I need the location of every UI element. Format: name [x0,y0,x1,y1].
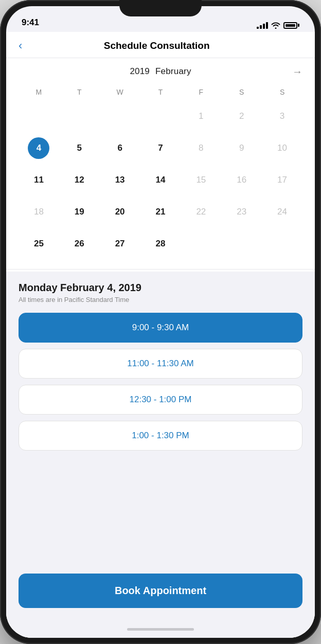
day-header-thu: T [140,85,181,99]
time-slot-2[interactable]: 11:00 - 11:30 AM [19,349,302,379]
cal-day-24[interactable]: 24 [262,197,302,227]
calendar-header-row: M T W T F S S [19,85,302,99]
day-header-sun: S [262,85,302,99]
day-header-fri: F [181,85,221,99]
calendar-week-3: 11 12 13 14 15 16 17 [19,165,302,195]
app-content: ‹ Schedule Consultation 2019 February → … [6,32,315,638]
book-button-container: Book Appointment [6,569,315,620]
cal-day-18[interactable]: 18 [19,197,59,227]
notch [119,0,202,16]
timezone-note: All times are in Pacific Standard Time [19,296,302,303]
page-title: Schedule Consultation [26,40,287,51]
cal-day-12[interactable]: 12 [59,165,100,195]
calendar-week-1: 1 2 3 [19,101,302,131]
status-time: 9:41 [22,17,39,29]
calendar-section: 2019 February → M T W T F S S [6,58,315,267]
day-header-wed: W [100,85,140,99]
day-header-mon: M [19,85,59,99]
battery-icon [283,22,299,29]
time-slot-1[interactable]: 9:00 - 9:30 AM [19,313,302,343]
home-bar [127,628,194,631]
cal-day-5[interactable]: 5 [59,133,100,163]
cal-day-4[interactable]: 4 [19,133,59,163]
next-month-button[interactable]: → [292,66,302,78]
calendar-month: February [155,66,191,76]
calendar-week-2: 4 5 6 7 8 9 10 [19,133,302,163]
calendar-year: 2019 [130,66,150,76]
phone-screen: 9:41 [6,6,315,638]
cal-day-3[interactable]: 3 [262,101,302,131]
cal-day-6[interactable]: 6 [100,133,140,163]
calendar-grid: M T W T F S S 1 2 [19,85,302,259]
day-header-tue: T [59,85,100,99]
cal-day-16[interactable]: 16 [221,165,262,195]
month-nav: 2019 February → [19,66,302,77]
cal-day-27[interactable]: 27 [100,229,140,259]
phone-frame: 9:41 [0,0,321,644]
calendar-week-5: 25 26 27 28 [19,229,302,259]
cal-day-22[interactable]: 22 [181,197,221,227]
status-icons [257,22,299,29]
wifi-icon [271,22,280,29]
selected-date-heading: Monday February 4, 2019 [19,282,302,294]
cal-day-25[interactable]: 25 [19,229,59,259]
cal-day-14[interactable]: 14 [140,165,181,195]
calendar-week-4: 18 19 20 21 22 23 24 [19,197,302,227]
cal-day-15[interactable]: 15 [181,165,221,195]
cal-day-19[interactable]: 19 [59,197,100,227]
page-header: ‹ Schedule Consultation [6,32,315,58]
day-header-sat: S [221,85,262,99]
cal-day-10[interactable]: 10 [262,133,302,163]
section-divider [6,269,315,270]
cal-day-23[interactable]: 23 [221,197,262,227]
cal-day-9[interactable]: 9 [221,133,262,163]
cal-day-20[interactable]: 20 [100,197,140,227]
cal-day-8[interactable]: 8 [181,133,221,163]
book-appointment-button[interactable]: Book Appointment [19,574,302,608]
cal-day-2[interactable]: 2 [221,101,262,131]
time-section: Monday February 4, 2019 All times are in… [6,272,315,569]
cal-day-28[interactable]: 28 [140,229,181,259]
month-title: 2019 February [130,66,191,77]
cal-day-7[interactable]: 7 [140,133,181,163]
time-slot-3[interactable]: 12:30 - 1:00 PM [19,385,302,415]
cal-day-17[interactable]: 17 [262,165,302,195]
home-indicator [6,620,315,638]
cal-day-11[interactable]: 11 [19,165,59,195]
signal-icon [257,22,268,29]
cal-day-26[interactable]: 26 [59,229,100,259]
time-slot-4[interactable]: 1:00 - 1:30 PM [19,421,302,451]
back-button[interactable]: ‹ [19,40,22,51]
cal-day-21[interactable]: 21 [140,197,181,227]
cal-day-13[interactable]: 13 [100,165,140,195]
cal-day-1[interactable]: 1 [181,101,221,131]
